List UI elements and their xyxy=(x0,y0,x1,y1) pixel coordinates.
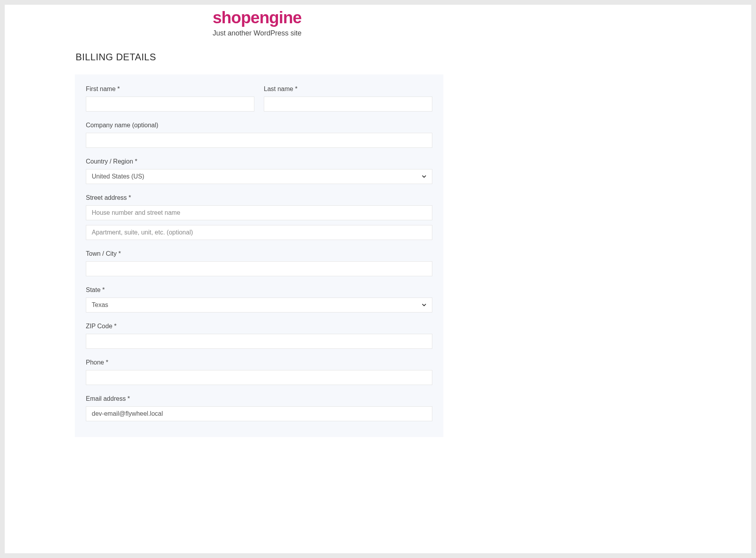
phone-input[interactable] xyxy=(86,370,432,385)
company-label: Company name (optional) xyxy=(86,122,432,129)
country-select[interactable]: United States (US) xyxy=(86,169,432,184)
street-address-2-input[interactable] xyxy=(86,225,432,240)
city-label: Town / City * xyxy=(86,250,432,257)
chevron-down-icon xyxy=(422,303,426,307)
country-selected-value: United States (US) xyxy=(92,173,422,180)
chevron-down-icon xyxy=(422,174,426,179)
phone-label: Phone * xyxy=(86,359,432,366)
street-label: Street address * xyxy=(86,194,432,201)
site-tagline: Just another WordPress site xyxy=(213,29,608,37)
state-select[interactable]: Texas xyxy=(86,298,432,312)
email-label: Email address * xyxy=(86,395,432,402)
email-input[interactable] xyxy=(86,406,432,421)
last-name-label: Last name * xyxy=(264,86,432,93)
country-label: Country / Region * xyxy=(86,158,432,165)
page: shopengine Just another WordPress site B… xyxy=(5,5,751,553)
state-selected-value: Texas xyxy=(92,301,422,309)
street-address-1-input[interactable] xyxy=(86,205,432,220)
site-title: shopengine xyxy=(213,9,608,27)
first-name-input[interactable] xyxy=(86,97,254,112)
state-label: State * xyxy=(86,286,432,294)
billing-form: First name * Last name * Company name (o… xyxy=(75,74,443,437)
last-name-input[interactable] xyxy=(264,97,432,112)
zip-input[interactable] xyxy=(86,334,432,349)
site-header: shopengine Just another WordPress site xyxy=(148,9,608,37)
city-input[interactable] xyxy=(86,261,432,276)
company-input[interactable] xyxy=(86,133,432,148)
first-name-label: First name * xyxy=(86,86,254,93)
zip-label: ZIP Code * xyxy=(86,323,432,330)
billing-details-heading: BILLING DETAILS xyxy=(76,52,751,63)
